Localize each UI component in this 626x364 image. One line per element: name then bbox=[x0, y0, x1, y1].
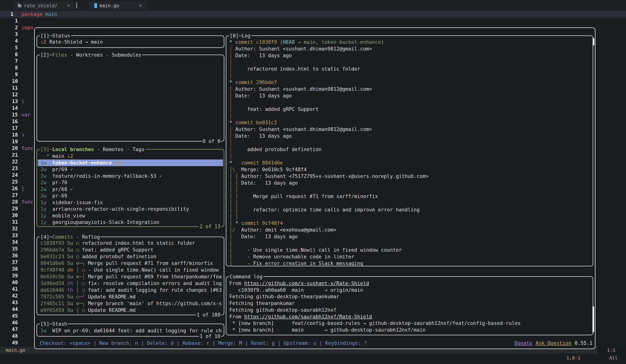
panel-local-branches[interactable]: [3]─Local branches - Remotes - Tags * ma… bbox=[37, 149, 224, 227]
panel-files[interactable]: [2]─Files - Worktrees - Submodules 0 of … bbox=[37, 55, 224, 142]
line-number: 7 bbox=[0, 58, 18, 65]
panel-commits[interactable]: [4]─Commits - Reflog c1038f93 Su ○ refac… bbox=[37, 237, 224, 315]
line-number: 13 bbox=[0, 98, 18, 105]
commit-row[interactable]: 2f465c11 Su ⊙─╮ Merge branch 'main' of h… bbox=[40, 300, 223, 307]
line-number: 23 bbox=[0, 165, 18, 172]
branch-row[interactable]: 2w feature/redis-in-memory-fallback-53 ✓ bbox=[40, 173, 223, 179]
line-number: 17 bbox=[0, 125, 18, 132]
log-line: │ │ bbox=[229, 200, 592, 206]
branch-row[interactable]: 2w pr-70 bbox=[40, 179, 223, 186]
log-line: │ Date: 13 days ago bbox=[229, 233, 592, 240]
line-number: 41 bbox=[0, 286, 18, 292]
branch-row[interactable]: 2w pr/69 ✓ bbox=[40, 166, 223, 173]
line-number: 46 bbox=[0, 319, 18, 326]
commit-row[interactable]: 8841d6e6 Su ⊙─╮ Merge pull request #71 f… bbox=[40, 260, 223, 267]
commit-row[interactable]: 7972c505 Su ○─╯ Update README.md bbox=[40, 293, 223, 300]
panel-log[interactable]: [0]─Log * commit c1038f9 (HEAD → main, t… bbox=[226, 36, 593, 266]
commit-row[interactable]: e9f65459 Su │ ○ Update README.md bbox=[40, 307, 223, 314]
panel-command-log[interactable]: Command log From https://github.com/x-su… bbox=[226, 276, 593, 335]
commit-row[interactable]: 0e610c5b Su ⊙─│ Merge pull request #69 f… bbox=[40, 273, 223, 280]
tab-rate-shield[interactable]: rate_shield/ × bbox=[13, 1, 75, 10]
donate-link[interactable]: Donate bbox=[514, 340, 532, 346]
branch-row[interactable]: * main ↓2 bbox=[40, 153, 223, 159]
panel-title: [5]─Stash bbox=[40, 321, 68, 327]
command-log-line: Fetching github-desktop-thearpankumar bbox=[229, 293, 592, 300]
line-number: 27 bbox=[0, 192, 18, 199]
panel-status[interactable]: [1]─Status ↓2 Rate-Shield → main bbox=[37, 36, 224, 48]
statusline-cursor-position: 1:1 bbox=[597, 347, 626, 354]
log-line: │ bbox=[229, 153, 592, 159]
log-line: │ refactored index.html to static folder bbox=[229, 66, 592, 72]
log-scrollbar-thumb[interactable] bbox=[593, 38, 594, 45]
line-number: 11 bbox=[0, 85, 18, 91]
command-log-line: * [new branch] main → github-desktop-sau… bbox=[229, 327, 592, 333]
tab-main-go[interactable]: main.go × bbox=[89, 1, 147, 10]
branch-row[interactable]: 2w pr-69 bbox=[40, 192, 223, 199]
line-number: 8 bbox=[0, 65, 18, 71]
branch-row[interactable]: 1y mobile_view bbox=[40, 212, 223, 219]
log-line: │ bbox=[229, 112, 592, 119]
branch-row[interactable]: 1w token-bucket-enhance ↓2 bbox=[38, 159, 223, 166]
code-line: ) bbox=[21, 98, 24, 105]
commit-row[interactable]: 3a96ed34 th │ ○ fix: resolve compilation… bbox=[40, 280, 223, 287]
code-line: func bbox=[21, 199, 33, 205]
log-line: │\ Merge: 0e610c5 9cf48f4 bbox=[229, 166, 592, 173]
log-line: │ │ Author: Sushant <75172795+x-sushant-… bbox=[229, 173, 592, 180]
command-log-line: * [new branch] feat/config-based-rules →… bbox=[229, 320, 592, 327]
list-counter: 0 of 0 bbox=[202, 138, 221, 145]
line-number: 21 bbox=[0, 152, 18, 158]
branch-row[interactable]: 1y georgioupanayiotis-Slack-Integration bbox=[40, 219, 223, 226]
branch-row[interactable]: 2w pr/68 ✓ bbox=[40, 186, 223, 193]
go-file-icon bbox=[94, 3, 97, 8]
log-line: │ │ bbox=[229, 186, 592, 193]
code-line: func bbox=[21, 145, 33, 152]
panel-stash[interactable]: [5]─Stash 1w WIP on pr-69: da61644 feat:… bbox=[37, 324, 224, 337]
panel-title: [4]─Commits - Reflog bbox=[40, 234, 101, 240]
line-number: 38 bbox=[0, 266, 18, 272]
tabline: rate_shield/ × main.go × bbox=[0, 0, 626, 11]
code-line: impo bbox=[21, 24, 33, 31]
panel-title: [2]─Files - Worktrees - Submodules bbox=[40, 52, 142, 58]
commit-row[interactable]: be031c23 Su ○ added protobuf definetion bbox=[40, 253, 223, 260]
keybinding-hints: Checkout: <space> | New branch: n | Dele… bbox=[40, 340, 367, 346]
line-number: 31 bbox=[0, 219, 18, 225]
code-line: ) bbox=[21, 132, 24, 138]
log-line: * commit c1038f9 (HEAD → main, token-buc… bbox=[229, 39, 592, 45]
stash-row[interactable]: 1w WIP on pr-69: da61644 feat: add audit… bbox=[40, 327, 223, 334]
log-line: │ Date: 13 days ago bbox=[229, 52, 592, 59]
command-log-scrollbar-thumb[interactable] bbox=[592, 306, 594, 332]
commit-row[interactable]: da616446 th │ ○ feat: add audit logging … bbox=[40, 287, 223, 293]
line-number: 44 bbox=[0, 306, 18, 313]
line-number: 19 bbox=[0, 138, 18, 145]
commit-row[interactable]: 9cf48f40 dm │ ○ - Use single time.Now() … bbox=[40, 267, 223, 273]
log-line: │ - Fix error creation in Slack messagin… bbox=[229, 260, 592, 266]
tab-label: rate_shield/ bbox=[24, 3, 58, 8]
line-number: 43 bbox=[0, 299, 18, 306]
line-number: 16 bbox=[0, 118, 18, 125]
commit-row[interactable]: c1038f93 Su ○ refactored index.html to s… bbox=[40, 240, 223, 247]
branch-row[interactable]: 1y arrlancore-refactor-with-single-respo… bbox=[40, 206, 223, 212]
commit-row[interactable]: │ bbox=[40, 314, 223, 315]
log-line: │ │ Merge pull request #71 from sarff/mi… bbox=[229, 193, 592, 200]
line-number: 40 bbox=[0, 279, 18, 286]
close-icon[interactable]: × bbox=[139, 3, 142, 8]
command-log-line: From https://github.com/x-sushant-x/Rate… bbox=[229, 280, 592, 287]
close-icon[interactable]: × bbox=[67, 3, 70, 8]
log-line: │ * commit 9cf48f4 bbox=[229, 220, 592, 226]
line-number: 10 bbox=[0, 78, 18, 85]
log-line: │ - Use single time.Now() call in fixed … bbox=[229, 247, 592, 253]
ask-question-link[interactable]: Ask Question bbox=[536, 340, 571, 346]
line-number: 14 bbox=[0, 105, 18, 111]
log-line: │ Author: Sushant <sushant.dhiman9812@gm… bbox=[229, 126, 592, 133]
list-counter: 1 of 10 bbox=[199, 333, 221, 340]
line-number: 36 bbox=[0, 252, 18, 259]
scroll-position: All bbox=[609, 355, 618, 361]
log-line: │ Author: Sushant <sushant.dhiman9812@gm… bbox=[229, 45, 592, 52]
commit-row[interactable]: 296bde7a Su ○ feat: added gRPC Support bbox=[40, 247, 223, 253]
list-counter: 1 of 188 bbox=[196, 311, 221, 318]
panel-title: [1]─Status bbox=[40, 33, 71, 39]
line-number: 9 bbox=[0, 71, 18, 78]
branch-row[interactable]: 1y sidebar-issue-fix bbox=[40, 199, 223, 206]
log-line: * commit be031c2 bbox=[229, 119, 592, 126]
keybinding-bar: Checkout: <space> | New branch: n | Dele… bbox=[40, 340, 592, 346]
